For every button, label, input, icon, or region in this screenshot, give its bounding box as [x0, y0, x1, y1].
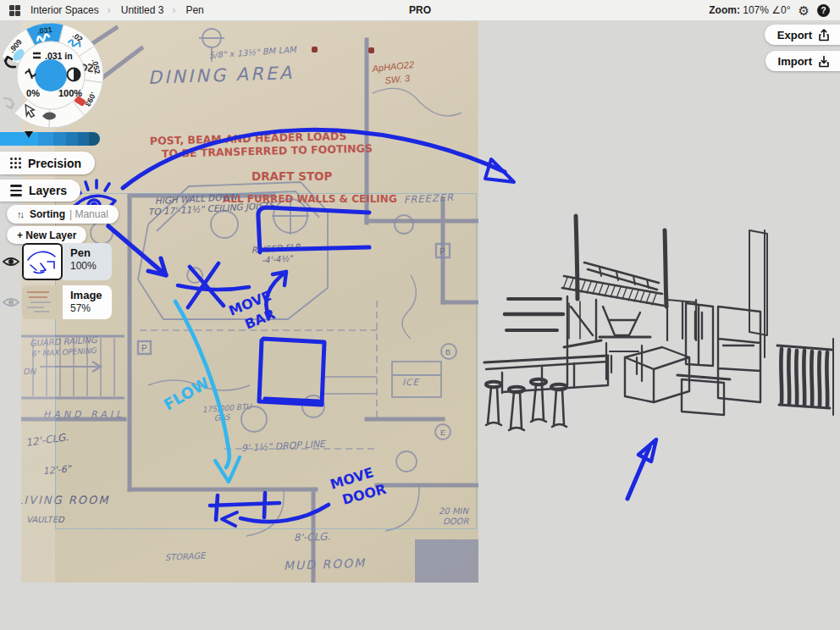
layer-thumbnail-pen[interactable]: [22, 243, 63, 280]
tool-size-label: .031: [37, 25, 53, 36]
sorting-button[interactable]: ↑↓ Sorting | Manual: [7, 205, 119, 224]
layers-label: Layers: [29, 184, 67, 197]
plan-symbol: E: [440, 428, 445, 437]
import-button[interactable]: Import: [765, 51, 840, 71]
sort-arrows-icon: ↑↓: [17, 209, 23, 219]
plan-text: SW. 3: [384, 73, 412, 86]
plan-symbol: P: [141, 344, 147, 353]
zoom-label: Zoom:: [709, 4, 740, 16]
import-icon: [818, 55, 830, 68]
plan-symbol: B: [445, 348, 450, 356]
redo-icon[interactable]: [4, 98, 14, 108]
drawing-canvas[interactable]: DINING AREA 5/8" x 13½" BM LAM ApHAO22 S…: [0, 21, 840, 630]
plan-text: GAS: [213, 413, 231, 423]
plan-text: HAND RAIL: [43, 409, 124, 420]
layer-name: Pen: [70, 246, 104, 259]
layer-row-image: Image 57%: [0, 285, 112, 319]
plan-text: STORAGE: [165, 550, 207, 562]
plan-text: -4'-4½": [261, 253, 294, 265]
plan-text: ICE: [402, 377, 419, 387]
zoom-value: 107%: [743, 4, 769, 16]
plan-text: 175,000 BTU: [202, 402, 252, 414]
plan-text: DRAFT STOP: [251, 169, 333, 183]
export-label: Export: [777, 29, 812, 41]
help-icon[interactable]: ?: [817, 4, 830, 17]
flow-max-label: 100%: [58, 88, 82, 98]
plan-text: 20 MIN: [439, 506, 469, 516]
layer-thumbnail-image[interactable]: [22, 285, 63, 319]
plan-text: DINING AREA: [147, 63, 294, 88]
plan-text: FREEZER: [403, 191, 454, 206]
plan-text: 9' 1½" DROP LINE: [240, 439, 327, 454]
precision-button[interactable]: Precision: [0, 152, 95, 174]
sorting-label: Sorting: [30, 208, 65, 220]
new-layer-button[interactable]: + New Layer: [7, 226, 86, 244]
kitchen-sketch: [483, 212, 838, 449]
layer-opacity[interactable]: 100%: [70, 260, 104, 272]
undo-icon[interactable]: [5, 57, 15, 67]
visibility-eye-icon[interactable]: [0, 256, 22, 268]
layers-button[interactable]: Layers: [0, 180, 80, 202]
precision-label: Precision: [28, 157, 81, 170]
layer-row-pen: Pen 100%: [0, 243, 112, 280]
flow-min-label: 0%: [26, 88, 40, 98]
export-button[interactable]: Export: [765, 25, 840, 45]
history-arrows: [0, 53, 25, 114]
settings-gear-icon[interactable]: ⚙: [799, 4, 810, 17]
plan-text: DOOR: [443, 517, 469, 526]
plan-text: 5/8" x 13½" BM LAM: [208, 45, 297, 60]
plan-symbol: P: [439, 247, 445, 257]
layer-name: Image: [70, 289, 104, 301]
layers-list-icon: [10, 185, 22, 196]
plan-text: MUD ROOM: [284, 556, 367, 572]
zoom-status: Zoom: 107% ∠0°: [709, 4, 790, 16]
precision-grid-icon: [10, 158, 21, 169]
angle-value: ∠0°: [771, 4, 790, 16]
plan-text: 8'-CLG.: [294, 530, 331, 544]
new-layer-label: + New Layer: [17, 229, 76, 241]
plan-text: ApHAO22: [371, 59, 415, 74]
visibility-eye-icon[interactable]: [0, 296, 22, 308]
color-swatch[interactable]: [35, 59, 67, 91]
export-icon: [818, 29, 830, 41]
sorting-mode: | Manual: [69, 208, 108, 220]
import-label: Import: [778, 55, 812, 68]
top-bar: Interior Spaces › Untitled 3 › Pen PRO Z…: [0, 0, 840, 21]
arrowhead: [485, 159, 514, 182]
layer-opacity[interactable]: 57%: [70, 302, 104, 314]
plan-text: RAISED FLR: [251, 242, 301, 255]
